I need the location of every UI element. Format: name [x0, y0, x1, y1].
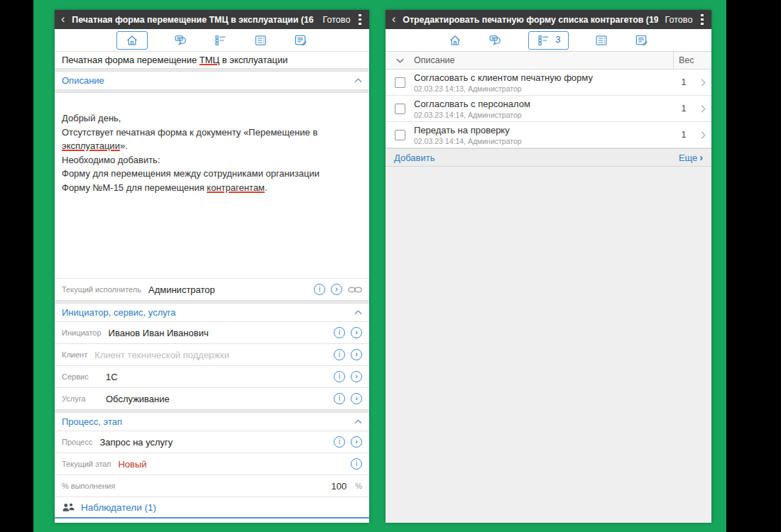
- document-lines-icon[interactable]: [253, 33, 268, 48]
- field-label: Клиент: [62, 350, 87, 359]
- right-done-button[interactable]: Готово: [665, 15, 693, 25]
- open-icon[interactable]: ›: [351, 327, 362, 338]
- row-meta: 02.03.23 14:14, Администратор: [414, 111, 673, 119]
- left-window-title: Печатная форма перемещение ТМЦ в эксплуа…: [72, 15, 315, 25]
- more-label: Еще: [679, 153, 697, 163]
- document-edit-icon[interactable]: [634, 33, 649, 48]
- field-client[interactable]: Клиент Клиент технической поддержки i ›: [55, 344, 369, 365]
- field-service[interactable]: Сервис 1С i ›: [55, 366, 369, 387]
- percent-unit: %: [355, 482, 362, 490]
- field-label: Инициатор: [62, 328, 102, 337]
- row-chevron-icon[interactable]: [694, 78, 711, 87]
- field-label: % выполнения: [62, 482, 115, 490]
- table-row[interactable]: Передать на проверку02.03.23 14:14, Адми…: [386, 122, 711, 148]
- open-icon[interactable]: ›: [351, 371, 362, 382]
- field-placeholder: Клиент технической поддержки: [94, 350, 229, 360]
- info-icon[interactable]: i: [334, 436, 345, 448]
- right-appbar: ‹ Отредактировать печатную форму списка …: [386, 10, 711, 29]
- subject-field[interactable]: Печатная форма перемещение ТМЦ в эксплуа…: [55, 52, 369, 68]
- checklist-icon[interactable]: [214, 33, 228, 48]
- right-window-title: Отредактировать печатную форму списка ко…: [403, 15, 657, 25]
- table-header: Описание Вес: [386, 52, 711, 70]
- section-process[interactable]: Процесс, этап: [55, 413, 369, 431]
- row-weight: 1: [673, 130, 694, 140]
- add-button[interactable]: Добавить: [394, 153, 435, 163]
- section-description[interactable]: Описание: [55, 72, 369, 89]
- field-offering[interactable]: Услуга Обслуживание i ›: [55, 388, 369, 409]
- info-icon[interactable]: i: [334, 349, 345, 360]
- document-lines-icon[interactable]: [594, 33, 608, 48]
- field-label: Текущий исполнитель: [62, 285, 141, 294]
- row-checkbox[interactable]: [395, 104, 405, 114]
- field-stage[interactable]: Текущий этап Новый i: [55, 453, 369, 475]
- home-icon[interactable]: [448, 33, 462, 48]
- field-executor[interactable]: Текущий исполнитель Администратор i ›: [55, 279, 369, 300]
- next-section-edge: [55, 517, 369, 523]
- open-icon[interactable]: ›: [331, 284, 342, 295]
- checklist-icon: [537, 33, 551, 48]
- select-all-chevron-icon[interactable]: [386, 58, 414, 63]
- overflow-menu-icon[interactable]: [357, 11, 363, 28]
- description-line: Добрый день,: [62, 111, 362, 126]
- row-title: Согласлвать с персоналом: [414, 99, 673, 109]
- description-line: Отсутствует печатная форма к документу «…: [62, 126, 362, 153]
- back-icon[interactable]: ‹: [392, 13, 398, 26]
- field-initiator[interactable]: Инициатор Иванов Иван Иванович i ›: [55, 322, 369, 343]
- chat-icon[interactable]: [488, 33, 503, 48]
- row-text: Передать на проверку02.03.23 14:14, Адми…: [414, 125, 673, 145]
- field-label: Сервис: [62, 372, 99, 381]
- left-done-button[interactable]: Готово: [323, 15, 351, 25]
- chevron-right-icon: ›: [699, 153, 703, 162]
- chevron-up-icon: [354, 419, 362, 424]
- subject-text: Печатная форма перемещение ТМЦ в эксплуа…: [62, 55, 288, 65]
- back-icon[interactable]: ‹: [61, 13, 67, 26]
- row-checkbox[interactable]: [395, 130, 405, 140]
- open-icon[interactable]: ›: [351, 393, 362, 404]
- row-text: Согласовать с клиентом печатную форму02.…: [414, 72, 673, 93]
- section-initiator[interactable]: Инициатор, сервис, услуга: [55, 304, 369, 321]
- tab-checklist-selected[interactable]: 3: [528, 31, 569, 50]
- link-icon[interactable]: [348, 285, 362, 294]
- watchers-link[interactable]: Наблюдатели (1): [55, 497, 369, 517]
- row-chevron-icon[interactable]: [694, 131, 711, 140]
- info-icon[interactable]: i: [334, 327, 345, 338]
- row-chevron-icon[interactable]: [694, 104, 711, 113]
- left-toolbar: [55, 29, 369, 51]
- chevron-up-icon: [354, 78, 362, 83]
- field-process[interactable]: Процесс Запрос на услугу i ›: [55, 431, 369, 453]
- info-icon[interactable]: i: [314, 284, 325, 295]
- info-icon[interactable]: i: [351, 458, 362, 470]
- row-title: Передать на проверку: [414, 125, 673, 135]
- description-field[interactable]: Добрый день,Отсутствует печатная форма к…: [55, 93, 369, 278]
- field-label: Процесс: [62, 438, 92, 446]
- home-icon: [125, 33, 139, 48]
- row-checkbox[interactable]: [395, 77, 405, 88]
- field-value: Запрос на услугу: [99, 437, 173, 448]
- column-description: Описание: [414, 55, 673, 65]
- left-appbar: ‹ Печатная форма перемещение ТМЦ в экспл…: [55, 10, 369, 29]
- chat-icon[interactable]: [173, 33, 188, 48]
- table-row[interactable]: Согласлвать с персоналом02.03.23 14:14, …: [386, 96, 711, 122]
- task-window: ‹ Печатная форма перемещение ТМЦ в экспл…: [55, 10, 369, 523]
- info-icon[interactable]: i: [334, 393, 345, 404]
- overflow-menu-icon[interactable]: [699, 11, 705, 28]
- field-label: Услуга: [62, 394, 99, 403]
- screen-bezel-right: [726, 0, 781, 532]
- description-line: Форму №М-15 для перемещения контрагентам…: [62, 181, 362, 195]
- table-row[interactable]: Согласовать с клиентом печатную форму02.…: [386, 70, 711, 96]
- table-body: Согласовать с клиентом печатную форму02.…: [386, 70, 711, 148]
- more-button[interactable]: Еще ›: [679, 153, 703, 163]
- field-percent[interactable]: % выполнения 100 %: [55, 475, 369, 497]
- column-weight: Вес: [673, 52, 711, 69]
- row-weight: 1: [673, 77, 694, 87]
- open-icon[interactable]: ›: [351, 349, 362, 360]
- field-value: Новый: [118, 459, 146, 470]
- open-icon[interactable]: ›: [351, 436, 362, 448]
- tab-home-selected[interactable]: [116, 31, 148, 50]
- document-edit-icon[interactable]: [293, 33, 308, 48]
- info-icon[interactable]: i: [334, 371, 345, 382]
- row-text: Согласлвать с персоналом02.03.23 14:14, …: [414, 99, 673, 119]
- empty-area: [386, 167, 711, 523]
- description-line: Форму для перемещения между сотрудниками…: [62, 167, 362, 181]
- section-title: Инициатор, сервис, услуга: [62, 307, 354, 318]
